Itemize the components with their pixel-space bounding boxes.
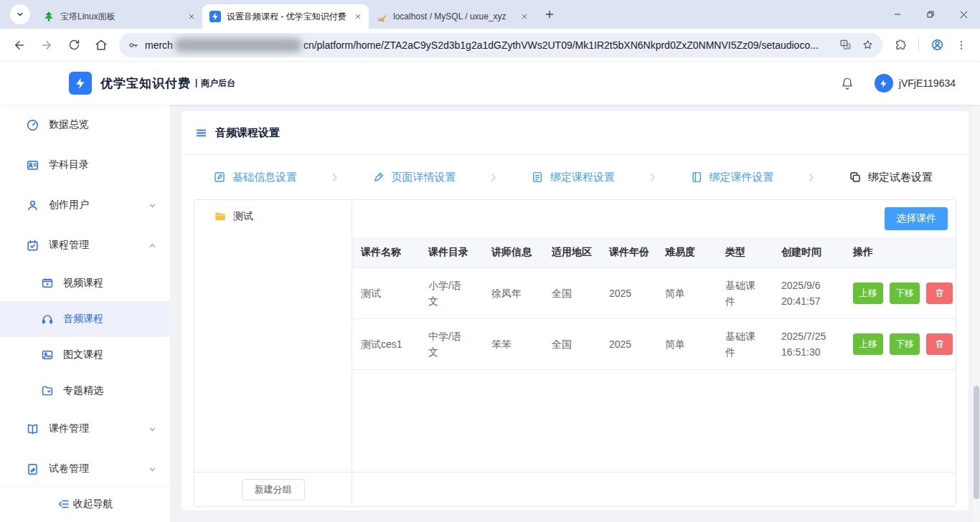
sidebar-item-label: 试卷管理	[49, 462, 89, 475]
row-actions: 上移 下移	[853, 283, 953, 304]
forward-button[interactable]	[34, 33, 59, 57]
step-label: 绑定试卷设置	[868, 171, 933, 184]
sidebar-item-exam-management[interactable]: 试卷管理	[0, 449, 170, 489]
image-icon	[41, 348, 54, 361]
step-bind-courseware[interactable]: 绑定课件设置	[690, 171, 774, 184]
move-up-button[interactable]: 上移	[853, 333, 883, 355]
tab-baota-panel[interactable]: 宝塔Linux面板	[36, 4, 202, 29]
url-host-prefix: merch	[145, 39, 173, 51]
tab-phpmyadmin[interactable]: PMA localhost / MySQL / uxue_xyz	[369, 4, 535, 29]
translate-icon[interactable]: 文A	[839, 39, 852, 51]
new-group-button[interactable]: 新建分组	[242, 479, 305, 500]
sidebar-item-course-management[interactable]: 课程管理	[0, 225, 170, 265]
chevron-right-icon	[329, 171, 341, 184]
step-bind-course[interactable]: 绑定课程设置	[531, 171, 615, 184]
courseware-panel: 测试 新建分组 选择课件 课件名称 课件目录 讲师信息	[194, 199, 956, 507]
tab-close-icon[interactable]	[352, 10, 364, 23]
sidebar-item-creator-users[interactable]: 创作用户	[0, 185, 170, 225]
cell-year: 2025	[600, 267, 656, 318]
pen-icon	[372, 171, 385, 184]
page-title: 音频课程设置	[215, 126, 280, 140]
delete-button[interactable]	[926, 333, 953, 355]
row-actions: 上移 下移	[853, 333, 953, 355]
sidebar-item-data-overview[interactable]: 数据总览	[0, 105, 170, 145]
sidebar-item-image-text-course[interactable]: 图文课程	[0, 337, 170, 373]
column-header: 课件名称	[352, 237, 420, 267]
tab-search-button[interactable]	[10, 4, 30, 24]
delete-button[interactable]	[926, 283, 953, 304]
restore-button[interactable]	[914, 0, 947, 29]
step-basic-info[interactable]: 基础信息设置	[213, 171, 297, 184]
move-up-button[interactable]: 上移	[853, 283, 883, 304]
main-content-card: 音频课程设置 基础信息设置 页面详情设置 绑定课程设置	[182, 111, 969, 511]
sidebar-item-subject-catalog[interactable]: 学科目录	[0, 145, 170, 185]
step-bind-exam[interactable]: 绑定试卷设置	[849, 171, 933, 184]
new-tab-button[interactable]	[540, 4, 560, 24]
trash-icon	[934, 288, 945, 298]
tree-footer: 新建分组	[194, 472, 352, 506]
lightning-icon	[209, 11, 221, 22]
cell-courseware-name: 测试ces1	[352, 318, 420, 369]
cell-region: 全国	[543, 267, 600, 318]
extensions-icon[interactable]	[894, 39, 907, 52]
chevron-up-icon	[148, 241, 157, 250]
edit-square-icon	[213, 171, 226, 184]
cell-region: 全国	[543, 318, 600, 369]
sidebar-item-video-course[interactable]: 视频课程	[0, 265, 170, 301]
bookmark-star-icon[interactable]	[862, 39, 874, 51]
group-tree-panel: 测试 新建分组	[194, 200, 352, 506]
trash-icon	[934, 338, 945, 349]
page-scrollbar[interactable]	[973, 62, 980, 522]
chevron-right-icon	[646, 171, 659, 184]
sidebar-nav: 数据总览 学科目录 创作用户 课程管理 视频课程 音	[0, 105, 170, 522]
toolbar-right	[887, 38, 974, 52]
cell-catalog: 小学/语文	[420, 267, 483, 318]
close-window-button[interactable]	[947, 0, 980, 29]
select-courseware-button[interactable]: 选择课件	[885, 207, 948, 230]
sidebar-item-topic-collection[interactable]: 专题精选	[0, 373, 170, 409]
profile-icon[interactable]	[930, 38, 944, 52]
column-header: 难易度	[656, 237, 717, 267]
home-button[interactable]	[89, 33, 113, 57]
book-icon	[26, 422, 39, 436]
tree-folder-label: 测试	[233, 210, 253, 223]
sidebar-item-courseware-management[interactable]: 课件管理	[0, 409, 170, 449]
tree-folder-item[interactable]: 测试	[194, 200, 352, 223]
user-avatar[interactable]	[875, 74, 893, 92]
browser-toolbar: merch cn/platform/home/ZTA2aC9yS2d3b1g2a…	[0, 29, 980, 62]
move-down-button[interactable]: 下移	[890, 333, 920, 355]
cell-teacher: 笨笨	[483, 318, 543, 369]
reload-button[interactable]	[62, 33, 86, 57]
brand-subtitle: 丨商户后台	[192, 77, 235, 90]
column-header: 讲师信息	[483, 237, 543, 267]
baota-icon	[43, 11, 55, 22]
notification-bell-icon[interactable]	[840, 76, 854, 90]
courseware-table: 课件名称 课件目录 讲师信息 适用地区 课件年份 难易度 类型 创建时间 操作 …	[352, 237, 956, 370]
cell-catalog: 中学/语文	[420, 318, 483, 369]
svg-text:文: 文	[842, 41, 846, 45]
tab-audio-course-settings[interactable]: 设置音频课程 - 优学宝知识付费	[202, 4, 369, 29]
tab-close-icon[interactable]	[518, 10, 531, 23]
tab-close-icon[interactable]	[185, 10, 198, 23]
scrollbar-thumb[interactable]	[974, 386, 979, 499]
step-label: 绑定课件设置	[710, 171, 774, 184]
minimize-button[interactable]	[881, 0, 914, 29]
brand-title: 优学宝知识付费	[100, 75, 191, 92]
chevron-right-icon	[805, 171, 817, 184]
svg-text:PMA: PMA	[378, 19, 385, 22]
sidebar-item-audio-course[interactable]: 音频课程	[0, 301, 170, 337]
step-page-detail[interactable]: 页面详情设置	[372, 171, 456, 184]
back-button[interactable]	[7, 33, 32, 57]
copy-icon	[849, 171, 862, 184]
sidebar-item-label: 数据总览	[49, 118, 89, 131]
window-controls	[881, 0, 980, 29]
table-row: 测试 小学/语文 徐凤年 全国 2025 简单 基础课件 2025/9/6 20…	[352, 267, 956, 318]
sidebar-item-label: 课程管理	[49, 239, 89, 252]
sidebar-item-label: 视频课程	[63, 277, 103, 290]
address-bar[interactable]: merch cn/platform/home/ZTA2aC9yS2d3b1g2a…	[119, 33, 882, 57]
move-down-button[interactable]: 下移	[890, 283, 920, 304]
browser-menu-icon[interactable]	[956, 39, 967, 51]
collapse-nav-button[interactable]: 收起导航	[0, 486, 170, 521]
table-row: 测试ces1 中学/语文 笨笨 全国 2025 简单 基础课件 2025/7/2…	[352, 318, 956, 369]
phpmyadmin-icon: PMA	[376, 11, 387, 22]
